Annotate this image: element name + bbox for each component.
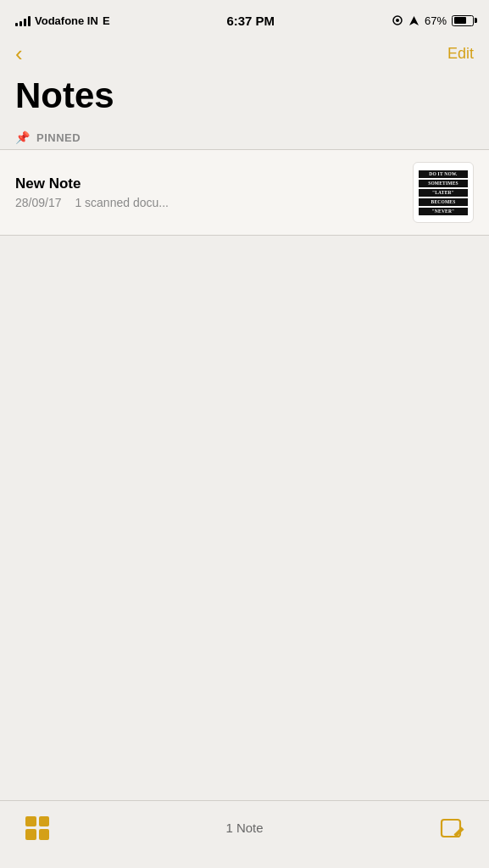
edit-button[interactable]: Edit <box>447 45 474 63</box>
mot-line-4: BECOMES <box>419 198 468 206</box>
note-list-item[interactable]: New Note 28/09/17 1 scanned docu... DO I… <box>0 150 489 235</box>
grid-cell-3 <box>25 829 36 840</box>
battery-icon <box>452 15 474 26</box>
page-title: Notes <box>15 76 474 115</box>
signal-icon <box>15 14 31 26</box>
back-button[interactable]: ‹ <box>15 42 23 64</box>
battery-percent: 67% <box>425 14 447 27</box>
note-preview: 1 scanned docu... <box>75 196 169 209</box>
note-thumbnail: DO IT NOW. SOMETIMES "LATER" BECOMES "NE… <box>413 162 474 223</box>
carrier-label: Vodafone IN <box>35 14 98 27</box>
mot-line-2: SOMETIMES <box>419 180 468 187</box>
svg-point-1 <box>396 19 399 22</box>
navigation-icon <box>408 15 420 26</box>
note-meta: 28/09/17 1 scanned docu... <box>15 196 401 209</box>
page-title-container: Notes <box>0 71 489 125</box>
status-right: 67% <box>392 14 474 27</box>
note-title: New Note <box>15 175 401 192</box>
grid-cell-4 <box>39 829 50 840</box>
grid-view-button[interactable] <box>25 816 49 840</box>
network-label: E <box>103 14 110 27</box>
empty-space <box>0 236 489 727</box>
section-header: 📌 PINNED <box>0 125 489 149</box>
mot-line-5: "NEVER" <box>419 208 468 215</box>
status-left: Vodafone IN E <box>15 14 110 27</box>
note-date: 28/09/17 <box>15 196 62 209</box>
grid-cell-1 <box>25 816 36 827</box>
note-content: New Note 28/09/17 1 scanned docu... <box>15 175 401 209</box>
status-bar: Vodafone IN E 6:37 PM 67% <box>0 0 489 37</box>
status-time: 6:37 PM <box>226 14 275 28</box>
compose-button[interactable] <box>440 816 464 840</box>
pin-icon: 📌 <box>15 131 30 144</box>
svg-marker-2 <box>409 16 419 25</box>
nav-bar: ‹ Edit <box>0 37 489 71</box>
note-count-label: 1 Note <box>225 821 263 835</box>
bottom-toolbar: 1 Note <box>0 800 489 868</box>
location-icon <box>392 14 403 26</box>
grid-cell-2 <box>39 816 50 827</box>
motivational-image: DO IT NOW. SOMETIMES "LATER" BECOMES "NE… <box>416 165 470 220</box>
section-label: PINNED <box>36 131 81 144</box>
mot-line-1: DO IT NOW. <box>419 170 468 178</box>
compose-icon-svg <box>440 816 467 843</box>
mot-line-3: "LATER" <box>419 189 468 197</box>
